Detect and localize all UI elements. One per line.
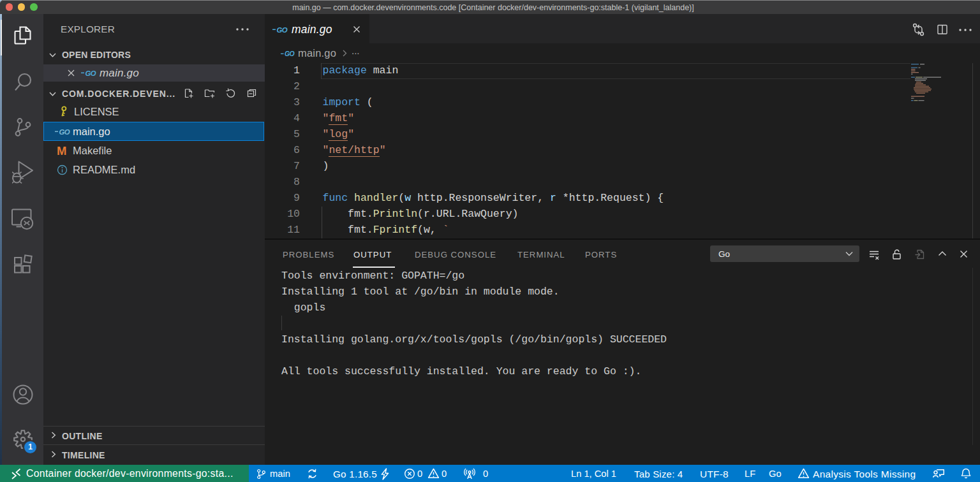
svg-text:GO: GO xyxy=(59,128,70,136)
svg-text:GO: GO xyxy=(277,26,288,34)
svg-text:GO: GO xyxy=(285,50,295,57)
svg-text:GO: GO xyxy=(85,69,96,77)
